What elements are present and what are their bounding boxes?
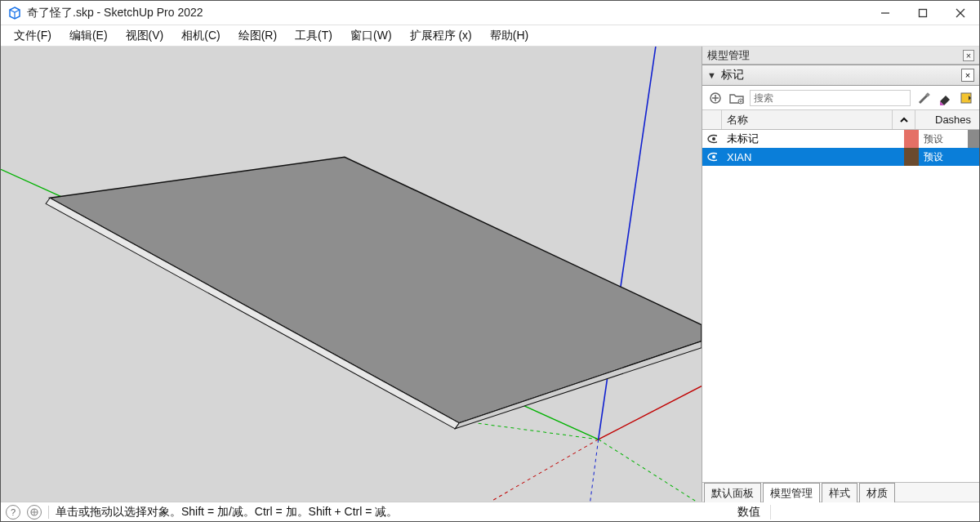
paint-tag-icon[interactable] <box>915 90 932 106</box>
panel-close-icon[interactable]: × <box>961 69 974 82</box>
table-row[interactable]: XIAN预设 <box>702 148 979 166</box>
th-visibility[interactable] <box>702 110 722 129</box>
status-geo-icon[interactable] <box>27 505 42 520</box>
svg-point-20 <box>712 137 715 141</box>
window-title: 奇了怪了.skp - SketchUp Pro 2022 <box>27 6 866 20</box>
maximize-button[interactable] <box>904 1 942 25</box>
th-swatch <box>915 110 930 129</box>
close-button[interactable] <box>942 1 979 25</box>
tags-table-header: 名称 Dashes <box>702 110 979 130</box>
menu-file[interactable]: 文件(F) <box>6 27 60 45</box>
tab-materials[interactable]: 材质 <box>859 483 895 502</box>
add-tag-icon[interactable] <box>707 90 724 106</box>
search-input[interactable] <box>750 90 911 106</box>
menubar: 文件(F) 编辑(E) 视图(V) 相机(C) 绘图(R) 工具(T) 窗口(W… <box>1 25 979 47</box>
sidebar-panel: 模型管理 × ▼ 标记 × <box>702 47 979 502</box>
sidebar-tabs: 默认面板 模型管理 样式 材质 <box>702 482 979 502</box>
svg-line-7 <box>590 439 599 502</box>
app-window: 奇了怪了.skp - SketchUp Pro 2022 文件(F) 编辑(E)… <box>0 0 980 522</box>
menu-view[interactable]: 视图(V) <box>118 27 172 45</box>
workspace: 模型管理 × ▼ 标记 × <box>1 47 979 502</box>
panel-outer-titlebar[interactable]: 模型管理 × <box>702 47 979 65</box>
axis-red <box>599 386 702 439</box>
status-hint: 单击或拖动以选择对象。Shift = 加/减。Ctrl = 加。Shift + … <box>56 505 728 520</box>
menu-tools[interactable]: 工具(T) <box>287 27 341 45</box>
svg-line-5 <box>599 439 702 502</box>
menu-edit[interactable]: 编辑(E) <box>61 27 116 45</box>
th-sort-icon[interactable] <box>893 110 915 129</box>
tag-extra-swatch <box>968 130 979 148</box>
panel-header[interactable]: ▼ 标记 × <box>702 65 979 86</box>
panel-outer-title: 模型管理 <box>707 48 750 63</box>
menu-help[interactable]: 帮助(H) <box>482 27 537 45</box>
panel-menu-icon[interactable] <box>958 90 974 106</box>
tag-dashes[interactable]: 预设 <box>919 148 968 166</box>
visibility-icon[interactable] <box>702 130 722 148</box>
svg-point-22 <box>712 155 715 158</box>
minimize-button[interactable] <box>866 1 904 25</box>
panel-outer-close-icon[interactable]: × <box>963 50 974 61</box>
svg-line-6 <box>492 439 598 501</box>
tab-default-tray[interactable]: 默认面板 <box>704 483 761 502</box>
th-name[interactable]: 名称 <box>722 110 893 129</box>
menu-camera[interactable]: 相机(C) <box>173 27 228 45</box>
th-dashes[interactable]: Dashes <box>930 110 979 129</box>
menu-window[interactable]: 窗口(W) <box>342 27 400 45</box>
tag-swatch[interactable] <box>904 130 919 148</box>
panel-title: 标记 <box>721 68 956 83</box>
status-value-label: 数值 <box>734 505 764 520</box>
tag-name[interactable]: 未标记 <box>722 130 904 148</box>
tab-styles[interactable]: 样式 <box>822 483 858 502</box>
tag-dashes[interactable]: 预设 <box>919 130 968 148</box>
status-value-box[interactable] <box>770 505 974 520</box>
visibility-icon[interactable] <box>702 148 722 166</box>
tab-model-manager[interactable]: 模型管理 <box>763 483 820 502</box>
status-info-icon[interactable]: ? <box>6 505 20 520</box>
panel-collapse-icon[interactable]: ▼ <box>707 70 716 80</box>
tags-table-body: 未标记预设XIAN预设 <box>702 130 979 482</box>
table-row[interactable]: 未标记预设 <box>702 130 979 148</box>
tag-name[interactable]: XIAN <box>722 148 904 166</box>
add-folder-icon[interactable] <box>728 90 745 106</box>
menu-draw[interactable]: 绘图(R) <box>230 27 285 45</box>
panel-toolbar <box>702 86 979 110</box>
svg-rect-1 <box>920 9 927 16</box>
menu-ext[interactable]: 扩展程序 (x) <box>402 27 480 45</box>
viewport-3d[interactable] <box>1 47 702 502</box>
purge-icon[interactable] <box>937 90 953 106</box>
axis-blue <box>599 47 656 439</box>
window-controls <box>866 1 979 25</box>
titlebar: 奇了怪了.skp - SketchUp Pro 2022 <box>1 1 979 25</box>
app-icon <box>7 6 22 20</box>
statusbar: ? 单击或拖动以选择对象。Shift = 加/减。Ctrl = 加。Shift … <box>1 502 979 521</box>
tag-swatch[interactable] <box>904 148 919 166</box>
